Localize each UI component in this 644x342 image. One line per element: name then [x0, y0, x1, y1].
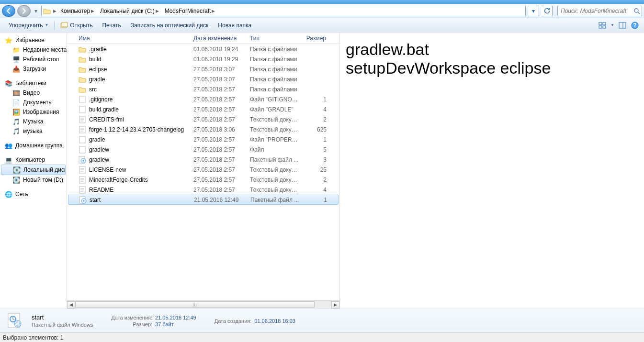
nav-favorites-header[interactable]: ⭐Избранное [0, 35, 67, 45]
nav-music[interactable]: 🎵Музыка [0, 117, 67, 126]
print-button[interactable]: Печать [97, 18, 125, 32]
text-icon [79, 126, 86, 133]
breadcrumb-seg-0[interactable]: Компьютер ▶ [57, 6, 97, 16]
nav-forward-button[interactable] [17, 5, 31, 17]
column-date[interactable]: Дата изменения [191, 35, 247, 42]
svg-rect-8 [619, 22, 626, 28]
recent-icon: 📁 [12, 46, 20, 54]
nav-pictures[interactable]: 🖼️Изображения [0, 107, 67, 117]
breadcrumb-bar[interactable]: ▶ Компьютер ▶ Локальный диск (C:) ▶ Mods… [41, 6, 526, 16]
file-date: 27.05.2018 2:57 [191, 116, 247, 123]
status-bar: Выбрано элементов: 1 [0, 332, 644, 342]
file-row[interactable]: CREDITS-fml27.05.2018 2:57Текстовый доку… [67, 114, 339, 124]
organize-button[interactable]: Упорядочить▼ [4, 18, 53, 32]
file-row[interactable]: src27.05.2018 2:57Папка с файлами [67, 84, 339, 94]
file-row[interactable]: gradlew27.05.2018 2:57Пакетный файл ...3 [67, 154, 339, 165]
breadcrumb-dropdown-button[interactable]: ▾ [528, 6, 539, 16]
nav-network-header[interactable]: 🌐Сеть [0, 189, 67, 199]
chevron-right-icon: ▶ [52, 9, 57, 13]
nav-local-disk-c[interactable]: 💽Локальный диск [1, 165, 66, 175]
nav-desktop[interactable]: 🖥️Рабочий стол [0, 55, 67, 64]
file-type: Пакетный файл ... [248, 197, 303, 203]
help-button[interactable]: ? [630, 20, 640, 31]
file-row[interactable]: build.gradle27.05.2018 2:57Файл "GRADLE"… [67, 104, 339, 114]
file-name: start [90, 197, 101, 203]
file-row[interactable]: forge-1.12.2-14.23.4.2705-changelog27.05… [67, 124, 339, 134]
refresh-button[interactable] [541, 6, 553, 16]
file-type: Папка с файлами [247, 86, 303, 93]
column-size[interactable]: Размер [303, 35, 329, 42]
bat-icon [79, 196, 87, 204]
file-date: 01.06.2018 19:24 [191, 46, 247, 53]
command-toolbar: Упорядочить▼ Открыть Печать Записать на … [0, 18, 644, 33]
file-row[interactable]: start21.05.2016 12:49Пакетный файл ...1 [68, 195, 339, 205]
nav-back-button[interactable] [2, 5, 15, 17]
file-row[interactable]: gradle27.05.2018 2:57Файл "PROPERTIE...1 [67, 134, 339, 144]
svg-rect-23 [79, 146, 85, 153]
label: Загрузки [23, 66, 46, 72]
chevron-right-icon: ▶ [211, 9, 216, 13]
file-row[interactable]: eclipse27.05.2018 3:07Папка с файлами [67, 64, 339, 74]
label: Избранное [15, 37, 45, 44]
nav-new-volume-d[interactable]: 💽Новый том (D:) [0, 175, 67, 185]
file-name: gradlew [89, 156, 109, 163]
preview-pane: gradlew.bat setupDevWorkspace eclipse [339, 33, 644, 309]
scroll-thumb[interactable] [75, 301, 315, 308]
view-mode-dropdown[interactable]: ▼ [610, 20, 615, 31]
column-type[interactable]: Тип [247, 35, 303, 42]
nav-computer-header[interactable]: 💻Компьютер [0, 155, 67, 165]
file-date: 27.05.2018 2:57 [191, 166, 247, 173]
file-row[interactable]: .gitignore27.05.2018 2:57Файл "GITIGNORE… [67, 94, 339, 104]
new-folder-button[interactable]: Новая папка [213, 18, 256, 32]
text-icon [79, 176, 86, 184]
preview-pane-toggle[interactable] [617, 20, 628, 31]
label: Рабочий стол [23, 56, 59, 63]
breadcrumb-seg-2[interactable]: ModsForMinecraft ▶ [162, 6, 218, 16]
breadcrumb-label: ModsForMinecraft [165, 8, 211, 14]
file-row[interactable]: gradlew27.05.2018 2:57Файл5 [67, 144, 339, 154]
file-row[interactable]: .gradle01.06.2018 19:24Папка с файлами [67, 44, 339, 54]
scroll-left-button[interactable]: ◀ [67, 301, 75, 309]
label: Музыка [23, 118, 43, 125]
scroll-right-button[interactable]: ▶ [331, 301, 339, 309]
scroll-track[interactable] [75, 301, 331, 309]
label: Библиотеки [15, 80, 46, 87]
address-toolbar: ▾ ▶ Компьютер ▶ Локальный диск (C:) ▶ Mo… [0, 4, 644, 18]
file-size: 5 [303, 146, 329, 153]
computer-icon: 💻 [5, 156, 12, 164]
breadcrumb-seg-1[interactable]: Локальный диск (C:) ▶ [97, 6, 162, 16]
search-input[interactable] [558, 8, 633, 14]
horizontal-scrollbar[interactable]: ◀ ▶ [67, 300, 339, 309]
nav-music-2[interactable]: 🎵музыка [0, 126, 67, 136]
nav-documents[interactable]: 📄Документы [0, 98, 67, 107]
desktop-icon: 🖥️ [12, 55, 20, 63]
file-type: Текстовый докум... [247, 177, 303, 183]
nav-libraries-header[interactable]: 📚Библиотеки [0, 78, 67, 88]
nav-downloads[interactable]: 📥Загрузки [0, 64, 67, 74]
file-date: 27.05.2018 2:57 [191, 156, 247, 163]
file-type: Файл "PROPERTIE... [247, 136, 303, 143]
column-name[interactable]: Имя [76, 35, 191, 42]
file-list[interactable]: .gradle01.06.2018 19:24Папка с файламиbu… [67, 44, 339, 300]
nav-videos[interactable]: 🎞️Видео [0, 88, 67, 98]
file-row[interactable]: build01.06.2018 19:29Папка с файлами [67, 54, 339, 64]
nav-history-dropdown[interactable]: ▾ [33, 5, 39, 17]
file-row[interactable]: MinecraftForge-Credits27.05.2018 2:57Тек… [67, 175, 339, 185]
file-row[interactable]: gradle27.05.2018 3:07Папка с файлами [67, 74, 339, 84]
burn-button[interactable]: Записать на оптический диск [126, 18, 214, 32]
file-row[interactable]: README27.05.2018 2:57Текстовый докум...4 [67, 185, 339, 195]
svg-point-26 [83, 160, 84, 161]
svg-rect-12 [79, 96, 85, 103]
nav-recent-places[interactable]: 📁Недавние места [0, 45, 67, 55]
nav-homegroup-header[interactable]: 👥Домашняя группа [0, 141, 67, 150]
open-button[interactable]: Открыть [56, 18, 97, 32]
chevron-down-icon: ▼ [45, 23, 48, 27]
navigation-pane[interactable]: ⭐Избранное 📁Недавние места 🖥️Рабочий сто… [0, 33, 67, 309]
file-size: 1 [303, 197, 330, 203]
view-mode-button[interactable] [597, 20, 608, 31]
details-created-label: Дата создания: [215, 318, 252, 324]
svg-point-0 [634, 9, 638, 12]
search-box[interactable] [557, 6, 642, 16]
file-date: 01.06.2018 19:29 [191, 56, 247, 63]
file-row[interactable]: LICENSE-new27.05.2018 2:57Текстовый доку… [67, 165, 339, 175]
